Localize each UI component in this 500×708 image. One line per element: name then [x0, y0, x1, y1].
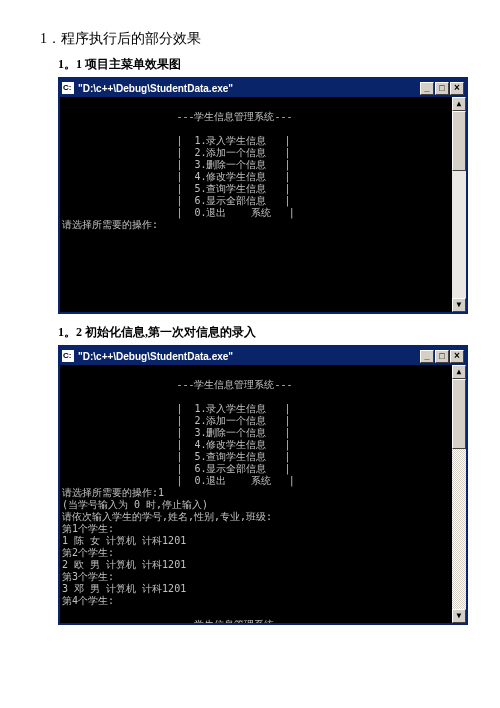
maximize-button[interactable]: □ [435, 82, 449, 95]
close-button[interactable]: × [450, 350, 464, 363]
section-2-heading: 1。2 初始化信息,第一次对信息的录入 [58, 324, 460, 341]
console-output-2: ---学生信息管理系统--- | 1.录入学生信息 | | 2.添加一个信息 |… [60, 365, 466, 623]
window-title-2: "D:\c++\Debug\StudentData.exe" [78, 351, 420, 362]
scroll-track[interactable] [452, 111, 466, 298]
window-buttons: _ □ × [420, 82, 464, 95]
console-window-2: "D:\c++\Debug\StudentData.exe" _ □ × ---… [58, 345, 468, 625]
app-icon [62, 350, 74, 362]
section-1-heading: 1。1 项目主菜单效果图 [58, 56, 460, 73]
scroll-thumb[interactable] [452, 111, 466, 171]
minimize-button[interactable]: _ [420, 350, 434, 363]
scrollbar-2[interactable]: ▲ ▼ [452, 365, 466, 623]
maximize-button[interactable]: □ [435, 350, 449, 363]
main-heading: 1．程序执行后的部分效果 [40, 30, 460, 48]
minimize-button[interactable]: _ [420, 82, 434, 95]
scroll-track[interactable] [452, 379, 466, 609]
app-icon [62, 82, 74, 94]
window-buttons: _ □ × [420, 350, 464, 363]
scroll-thumb[interactable] [452, 379, 466, 449]
scroll-up-button[interactable]: ▲ [452, 97, 466, 111]
window-title-1: "D:\c++\Debug\StudentData.exe" [78, 83, 420, 94]
console-output-1: ---学生信息管理系统--- | 1.录入学生信息 | | 2.添加一个信息 |… [60, 97, 466, 312]
titlebar-1: "D:\c++\Debug\StudentData.exe" _ □ × [60, 79, 466, 97]
close-button[interactable]: × [450, 82, 464, 95]
console-window-1: "D:\c++\Debug\StudentData.exe" _ □ × ---… [58, 77, 468, 314]
scrollbar-1[interactable]: ▲ ▼ [452, 97, 466, 312]
scroll-down-button[interactable]: ▼ [452, 298, 466, 312]
titlebar-2: "D:\c++\Debug\StudentData.exe" _ □ × [60, 347, 466, 365]
scroll-down-button[interactable]: ▼ [452, 609, 466, 623]
scroll-up-button[interactable]: ▲ [452, 365, 466, 379]
